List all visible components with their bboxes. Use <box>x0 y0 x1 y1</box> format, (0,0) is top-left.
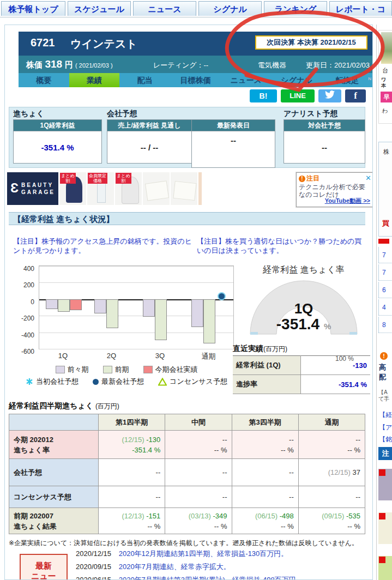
gridline <box>39 349 233 349</box>
circle-marker-icon <box>93 379 99 385</box>
progress-value: -351.4 % <box>14 131 101 163</box>
tab-performance[interactable]: 業績 <box>69 73 120 87</box>
col-q1: 第1四半期 <box>99 414 165 431</box>
twitter-bird-icon <box>325 90 335 99</box>
legend-item-prev-prev-period: 前々期 <box>56 365 89 374</box>
bar-前々期-2Q <box>94 299 106 314</box>
sector-label: 電気機器 <box>258 61 286 70</box>
twitter-share-button[interactable] <box>318 89 341 102</box>
tab-overview[interactable]: 概要 <box>19 73 69 87</box>
analyst-value: -- <box>284 131 365 163</box>
ad-product-tile: まとめ 割 <box>114 172 142 205</box>
cell-mid: -- <box>165 459 232 486</box>
ranking-number: 6 <box>378 282 391 298</box>
latest-news: 最新 ニュー ス 2020/12/15 2020年12月期連結第1四半期、経常損… <box>5 547 373 580</box>
legend-item-prev-period: 前期 <box>103 365 129 374</box>
cell-full-year: -- <box>298 486 365 508</box>
recent-row-value: -351.4 % <box>301 375 371 394</box>
news-link[interactable]: 2020年7月期連結、経常赤字拡大。 <box>119 563 231 571</box>
nav-signal[interactable]: シグナル <box>198 1 262 16</box>
cell-q3: -- <box>232 459 298 486</box>
price-date: ( 2021/02/03 ) <box>75 62 113 69</box>
analyst-group-title: アナリスト予想 <box>284 109 338 119</box>
tab-tenkan-ashi[interactable]: 転換足 N <box>322 73 372 87</box>
sidebar-box: 株 買 <box>378 142 392 237</box>
sidebar-link[interactable]: 【ア <box>379 423 392 432</box>
quarterly-progress-bar-chart <box>39 265 234 349</box>
analyst-header: 対会社予想 <box>284 120 365 131</box>
table-row: 進捗率 -351.4 % <box>233 375 370 394</box>
stock-tabbar: 概要 業績 配当 目標株価 ニュース シグナル 転換足 N <box>19 73 372 87</box>
progress-box: 1Q経常利益 -351.4 % <box>13 119 102 164</box>
news-date: 2020/12/15 <box>76 549 111 558</box>
sidebar-small-text: て手 <box>378 395 389 403</box>
promo-link-access-surge[interactable]: 【注目】株予報のアクセス急上昇の銘柄です。投資のヒントが見つかります。 <box>13 237 194 255</box>
legend-swatch <box>56 366 65 373</box>
cell-q1: (12/13) -151 -- % <box>99 508 165 534</box>
tab-dividend[interactable]: 配当 <box>119 73 170 87</box>
cell-q1: -- <box>99 459 165 486</box>
stock-header: 6721 ウインテスト 次回決算 本決算 2021/02/15 <box>19 32 372 56</box>
quarterly-table-section: 経常利益四半期進ちょく (百万円) 第1四半期 中間 第3四半期 通期 今期 2… <box>9 401 366 548</box>
x-axis-tick: 1Q <box>39 352 87 360</box>
legend-item-consensus: コンセンサス予想 <box>158 377 227 386</box>
hatena-bookmark-button[interactable]: B! <box>250 89 277 102</box>
ad-product-tile <box>142 172 170 205</box>
sidebar-link[interactable]: 【銘 <box>379 435 392 444</box>
tab-news[interactable]: ニュース <box>221 73 272 87</box>
quarterly-progress-table: 第1四半期 中間 第3四半期 通期 今期 202012進ちょく率 (12/15)… <box>9 414 365 534</box>
beauty-garage-ad-banner[interactable]: Ɛ BEAUTY GARAGE まとめ 割 会員限定 価格 まとめ 割 <box>7 172 225 205</box>
beauty-garage-logo: Ɛ BEAUTY GARAGE <box>7 172 58 205</box>
sidebar-text: 株 <box>383 148 389 156</box>
nav-news[interactable]: ニュース <box>133 1 196 16</box>
nav-report[interactable]: レポート・コ <box>329 1 392 16</box>
sidebar-thumbnail <box>378 512 392 544</box>
news-link[interactable]: 2020年7月期連結第3四半期(累計)、経常損益-498百万円。 <box>119 576 303 580</box>
line-share-button[interactable]: LINE <box>281 89 315 102</box>
x-axis-tick: 3Q <box>136 352 184 360</box>
latest-announce-header: 最新発表日 <box>192 120 275 131</box>
table-row-consensus: コンセンサス予想 -- -- -- -- <box>9 486 365 508</box>
gauge-value: -351.4 % <box>238 316 369 333</box>
gauge-column: 経常利益 進ちょく率 1Q -351.4 % 0 % 100 % 直近実績(百 <box>234 262 373 276</box>
main-content: 6721 ウインテスト 次回決算 本決算 2021/02/15 株価 318 円… <box>4 25 373 580</box>
banner-row: Ɛ BEAUTY GARAGE まとめ 割 会員限定 価格 まとめ 割 <box>5 171 373 207</box>
sidebar-pink-badge: 早 <box>381 92 392 102</box>
gauge-title: 経常利益 進ちょく率 <box>234 264 373 276</box>
nav-kabuyoho-top[interactable]: 株予報トップ <box>1 1 65 16</box>
recent-row-label: 進捗率 <box>233 375 301 394</box>
bar-前期-1Q <box>58 299 70 312</box>
facebook-share-button[interactable]: f <box>345 89 366 102</box>
promo-link-buy-timing[interactable]: 【注目】株を買う適切な日はいつか？勝つための買いの日は決まっています。 <box>197 237 366 255</box>
cell-q1: -- <box>99 486 165 508</box>
news-link[interactable]: 2020年12月期連結第1四半期、経常損益-130百万円。 <box>119 549 288 558</box>
cell-q1: (12/15) -130 -351.4 % <box>99 431 165 459</box>
sidebar-link[interactable]: 【経 <box>379 410 392 420</box>
youtube-video-link[interactable]: YouTube動画 >> <box>325 197 370 205</box>
tab-signal[interactable]: シグナル <box>272 73 322 87</box>
next-earnings-box: 次回決算 本決算 2021/02/15 <box>255 35 367 50</box>
bar-今期会社実績-1Q <box>70 299 82 310</box>
tab-target-price[interactable]: 目標株価 <box>170 73 221 87</box>
sidebar-buy-label: 買 <box>382 219 389 228</box>
social-buttons: B! LINE f <box>5 89 366 102</box>
company-outlook-value: -- / -- <box>107 131 191 163</box>
ad-product-tile <box>170 172 197 205</box>
cell-q3: -- <box>232 486 298 508</box>
nav-schedule[interactable]: スケジュール <box>68 1 131 16</box>
ad-attention-tag: !注目 <box>299 174 371 183</box>
sidebar-thumbnail <box>378 469 392 500</box>
nav-ranking[interactable]: ランキング <box>264 1 327 16</box>
bar-前期-2Q <box>106 299 118 328</box>
price-label: 株価 <box>26 60 43 69</box>
cell-full-year: (09/15) -535 -- % <box>298 508 365 534</box>
recent-results: 直近実績(百万円) 経常利益 (1Q) -130 進捗率 -351.4 % <box>233 344 370 394</box>
technical-analysis-ad[interactable]: !注目 ✕ テクニカル分析で必要 なのコレだけ YouTube動画 >> <box>296 172 373 207</box>
ad-close-icon[interactable]: ✕ <box>365 174 371 182</box>
legend-item-initial-forecast: 当初会社予想 <box>26 377 79 386</box>
sale-badge: まとめ 割 <box>60 173 76 184</box>
bar-前期-通期 <box>203 299 215 343</box>
sidebar-text: 高配 <box>379 362 392 382</box>
ranking-number: 7 <box>378 247 391 263</box>
cell-q3: (06/15) -498 -- % <box>232 508 298 534</box>
